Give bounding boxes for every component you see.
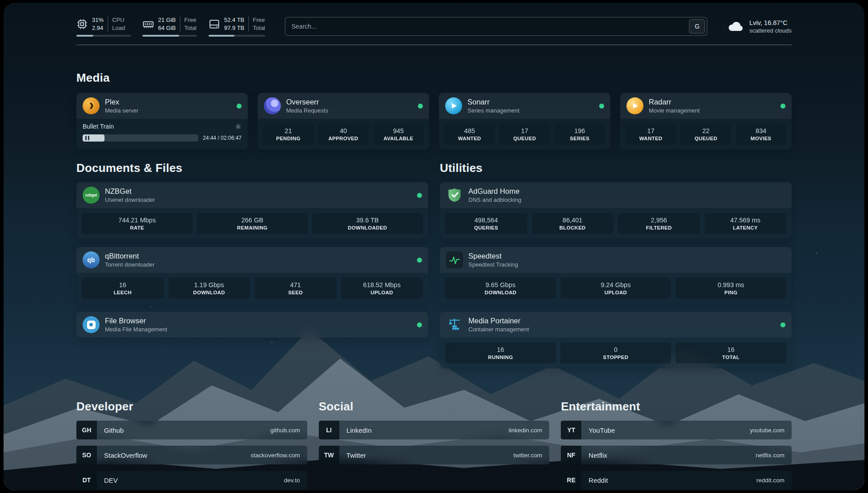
search-input[interactable] [285,17,688,35]
now-playing-title: Bullet Train [83,123,114,130]
bookmark-name: LinkedIn [346,426,372,434]
stat-box: 471SEED [255,278,337,299]
stat-box: 196SERIES [555,124,605,145]
app-title: Radarr [649,98,700,106]
app-subtitle: DNS and adblocking [468,196,522,203]
stat-box: 2,956FILTERED [618,213,700,234]
bookmark-stackoverflow[interactable]: SO StackOverflow stackoverflow.com [76,446,307,464]
app-title: Sonarr [467,98,519,106]
app-subtitle: Series management [467,107,519,114]
app-card-overseerr[interactable]: Overseerr Media Requests 21PENDING 40APP… [258,93,429,150]
app-card-adguard[interactable]: AdGuard Home DNS and adblocking 498,564Q… [440,182,792,239]
header-divider [76,45,792,45]
status-dot [417,322,422,327]
disk-label-2: Total [253,24,265,32]
status-dot [417,258,422,263]
stat-box: 0.993 msPING [676,278,786,299]
app-title: NZBGet [105,187,155,196]
bookmark-reddit[interactable]: RE Reddit reddit.com [561,471,792,489]
stat-box: 834MOVIES [736,124,786,145]
cpu-usage-bar [76,35,131,37]
playback-progress-bar [83,134,198,142]
section-media: Media Plex Media server [76,71,792,150]
stat-box: 86,401BLOCKED [532,213,614,234]
bookmark-name: StackOverflow [104,451,147,459]
stat-box: 9.65 GbpsDOWNLOAD [445,278,556,299]
app-card-speedtest[interactable]: Speedtest Speedtest Tracking 9.65 GbpsDO… [440,247,792,304]
cloud-icon [727,18,744,35]
status-dot [418,104,423,109]
pause-icon[interactable] [85,136,89,140]
top-bar: 31% 2.94 CPU Load [76,16,792,37]
cpu-percent: 31% [92,16,104,24]
bookmark-twitter[interactable]: TW Twitter twitter.com [319,446,550,464]
bookmark-name: Twitter [346,451,366,459]
app-subtitle: Container management [468,326,529,333]
stat-box: 266 GBREMAINING [197,213,308,234]
app-card-plex[interactable]: Plex Media server Bullet Train [76,93,248,150]
stat-box: 17QUEUED [499,124,550,145]
sonarr-icon [445,97,462,114]
app-title: Media Portainer [468,317,529,325]
bookmark-url: youtube.com [750,427,785,434]
section-title-media: Media [76,71,792,85]
portainer-icon [446,316,463,333]
section-social: Social LI LinkedIn linkedin.com TW Twitt… [319,400,550,490]
bookmark-abbr: TW [319,446,339,464]
search-engine-button[interactable]: G [689,19,705,33]
bookmark-github[interactable]: GH Github github.com [76,421,307,439]
disk-usage-bar [209,35,265,37]
stat-box: 40APPROVED [318,124,368,145]
bookmark-dev[interactable]: DT DEV dev.to [76,471,307,489]
stat-box: 17WANTED [626,124,676,145]
disk-total: 97.9 TB [224,24,244,32]
disk-monitor: 52.4 TB 97.9 TB Free Total [209,16,265,37]
weather-condition: scattered clouds [749,27,792,34]
app-subtitle: Movie management [649,107,700,114]
memory-label-2: Total [184,24,196,32]
weather-widget: Lviv, 16.87°C scattered clouds [727,18,792,35]
stat-box: 22QUEUED [680,124,731,145]
disk-label-1: Free [253,16,265,24]
app-card-nzbget[interactable]: nzbget NZBGet Usenet downloader 744.21 M… [76,182,428,239]
bookmark-url: netflix.com [755,452,785,459]
bookmark-youtube[interactable]: YT YouTube youtube.com [561,421,792,439]
bookmark-url: stackoverflow.com [250,452,300,459]
section-entertainment: Entertainment YT YouTube youtube.com NF … [561,400,792,490]
gear-icon[interactable] [235,123,242,130]
bookmark-name: DEV [104,476,118,484]
bookmark-abbr: RE [561,471,581,489]
stat-box: 16TOTAL [676,343,786,363]
divider [108,16,108,32]
section-title-social: Social [319,400,550,414]
app-card-portainer[interactable]: Media Portainer Container management 16R… [440,312,792,368]
disk-usage-fill [209,35,234,37]
stat-box: 618.52 MbpsUPLOAD [341,278,423,299]
app-card-sonarr[interactable]: Sonarr Series management 485WANTED 17QUE… [439,93,610,150]
playback-time: 24:44 / 02:06:47 [203,135,242,141]
cpu-loadavg: 2.94 [92,24,104,32]
app-card-qbittorrent[interactable]: qb qBittorrent Torrent downloader 16LEEC… [76,247,428,304]
app-card-radarr[interactable]: Radarr Movie management 17WANTED 22QUEUE… [620,93,792,150]
bookmark-url: dev.to [284,477,300,484]
status-dot [599,104,604,109]
bookmark-netflix[interactable]: NF Netflix netflix.com [561,446,792,464]
stat-box: 16LEECH [82,278,164,299]
section-utilities: Utilities [440,161,792,376]
stat-box: 21PENDING [263,124,313,145]
app-card-filebrowser[interactable]: File Browser Media File Management [76,312,428,338]
app-title: Overseerr [286,98,328,106]
radarr-icon [626,97,643,114]
status-dot [780,322,785,327]
stat-box: 16RUNNING [445,343,556,363]
app-subtitle: Media server [105,107,138,114]
stat-box: 485WANTED [444,124,495,145]
divider [248,16,249,32]
divider [180,16,180,32]
section-developer: Developer GH Github github.com SO StackO… [76,400,307,490]
app-title: Plex [105,98,138,106]
app-title: qBittorrent [105,252,154,260]
cpu-usage-fill [76,35,93,37]
bookmark-linkedin[interactable]: LI LinkedIn linkedin.com [319,421,550,439]
app-title: Speedtest [468,252,518,260]
